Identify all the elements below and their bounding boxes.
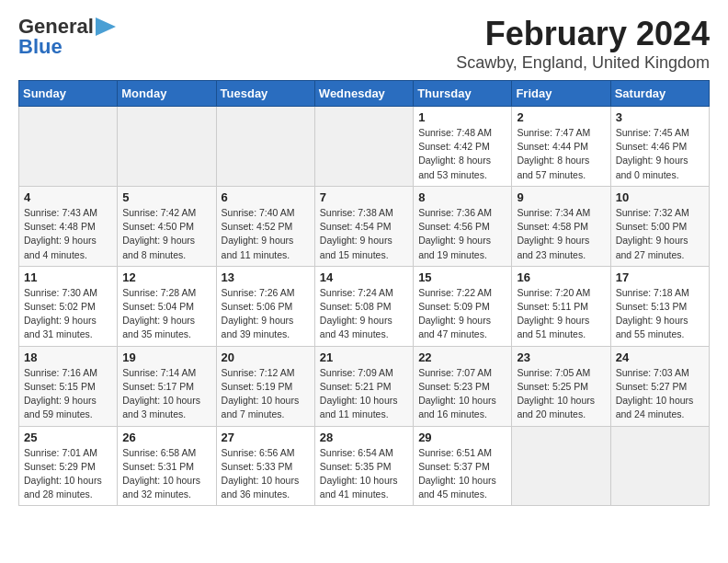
title-area: February 2024 Scawby, England, United Ki… [456, 15, 710, 73]
calendar-header-tuesday: Tuesday [216, 81, 314, 107]
calendar-cell: 15Sunrise: 7:22 AM Sunset: 5:09 PM Dayli… [414, 266, 512, 346]
calendar-cell: 19Sunrise: 7:14 AM Sunset: 5:17 PM Dayli… [118, 346, 216, 426]
day-number: 7 [320, 190, 408, 204]
day-info: Sunrise: 7:20 AM Sunset: 5:11 PM Dayligh… [517, 286, 605, 342]
calendar-header-saturday: Saturday [610, 81, 709, 107]
day-info: Sunrise: 7:47 AM Sunset: 4:44 PM Dayligh… [517, 126, 605, 182]
calendar-cell: 24Sunrise: 7:03 AM Sunset: 5:27 PM Dayli… [610, 346, 709, 426]
day-number: 1 [418, 110, 506, 124]
calendar-cell [118, 107, 216, 187]
calendar-cell: 13Sunrise: 7:26 AM Sunset: 5:06 PM Dayli… [216, 266, 314, 346]
day-info: Sunrise: 6:56 AM Sunset: 5:33 PM Dayligh… [222, 446, 310, 502]
calendar-header-row: SundayMondayTuesdayWednesdayThursdayFrid… [19, 81, 710, 107]
calendar-header-friday: Friday [512, 81, 610, 107]
day-info: Sunrise: 7:38 AM Sunset: 4:54 PM Dayligh… [320, 206, 408, 262]
calendar-cell: 10Sunrise: 7:32 AM Sunset: 5:00 PM Dayli… [610, 186, 709, 266]
day-info: Sunrise: 7:34 AM Sunset: 4:58 PM Dayligh… [517, 206, 605, 262]
day-info: Sunrise: 7:30 AM Sunset: 5:02 PM Dayligh… [24, 286, 112, 342]
calendar-table: SundayMondayTuesdayWednesdayThursdayFrid… [18, 80, 710, 506]
day-info: Sunrise: 7:07 AM Sunset: 5:23 PM Dayligh… [418, 366, 506, 422]
calendar-cell: 11Sunrise: 7:30 AM Sunset: 5:02 PM Dayli… [19, 266, 118, 346]
day-number: 14 [320, 270, 408, 284]
calendar-week-row: 18Sunrise: 7:16 AM Sunset: 5:15 PM Dayli… [19, 346, 710, 426]
calendar-cell: 22Sunrise: 7:07 AM Sunset: 5:23 PM Dayli… [414, 346, 512, 426]
calendar-cell: 29Sunrise: 6:51 AM Sunset: 5:37 PM Dayli… [414, 426, 512, 506]
calendar-cell: 21Sunrise: 7:09 AM Sunset: 5:21 PM Dayli… [314, 346, 413, 426]
day-info: Sunrise: 7:48 AM Sunset: 4:42 PM Dayligh… [418, 126, 506, 182]
day-info: Sunrise: 7:32 AM Sunset: 5:00 PM Dayligh… [616, 206, 704, 262]
day-info: Sunrise: 7:22 AM Sunset: 5:09 PM Dayligh… [418, 286, 506, 342]
calendar-cell: 18Sunrise: 7:16 AM Sunset: 5:15 PM Dayli… [19, 346, 118, 426]
day-number: 26 [122, 431, 210, 444]
calendar-cell: 23Sunrise: 7:05 AM Sunset: 5:25 PM Dayli… [512, 346, 610, 426]
day-info: Sunrise: 7:03 AM Sunset: 5:27 PM Dayligh… [616, 366, 704, 422]
day-info: Sunrise: 6:54 AM Sunset: 5:35 PM Dayligh… [320, 446, 408, 502]
calendar-week-row: 11Sunrise: 7:30 AM Sunset: 5:02 PM Dayli… [19, 266, 710, 346]
day-info: Sunrise: 7:28 AM Sunset: 5:04 PM Dayligh… [122, 286, 210, 342]
day-number: 11 [24, 270, 112, 284]
calendar-cell [216, 107, 314, 187]
day-number: 29 [418, 431, 506, 444]
day-info: Sunrise: 7:14 AM Sunset: 5:17 PM Dayligh… [122, 366, 210, 422]
calendar-week-row: 1Sunrise: 7:48 AM Sunset: 4:42 PM Daylig… [19, 107, 710, 187]
header: General Blue February 2024 Scawby, Engla… [18, 15, 710, 73]
day-number: 4 [24, 190, 112, 204]
day-number: 25 [24, 431, 112, 444]
day-number: 19 [122, 350, 210, 364]
day-number: 12 [122, 270, 210, 284]
calendar-cell [314, 107, 413, 187]
calendar-cell: 4Sunrise: 7:43 AM Sunset: 4:48 PM Daylig… [19, 186, 118, 266]
calendar-header-monday: Monday [118, 81, 216, 107]
calendar-cell: 14Sunrise: 7:24 AM Sunset: 5:08 PM Dayli… [314, 266, 413, 346]
day-number: 22 [418, 350, 506, 364]
calendar-header-wednesday: Wednesday [314, 81, 413, 107]
calendar-cell: 1Sunrise: 7:48 AM Sunset: 4:42 PM Daylig… [414, 107, 512, 187]
day-info: Sunrise: 7:26 AM Sunset: 5:06 PM Dayligh… [222, 286, 310, 342]
calendar-cell [610, 426, 709, 506]
day-number: 17 [616, 270, 704, 284]
day-info: Sunrise: 6:51 AM Sunset: 5:37 PM Dayligh… [418, 446, 506, 502]
page-title: February 2024 [456, 15, 710, 53]
day-info: Sunrise: 7:18 AM Sunset: 5:13 PM Dayligh… [616, 286, 704, 342]
calendar-cell: 20Sunrise: 7:12 AM Sunset: 5:19 PM Dayli… [216, 346, 314, 426]
day-info: Sunrise: 7:12 AM Sunset: 5:19 PM Dayligh… [222, 366, 310, 422]
day-info: Sunrise: 7:45 AM Sunset: 4:46 PM Dayligh… [616, 126, 704, 182]
day-number: 5 [122, 190, 210, 204]
day-info: Sunrise: 7:24 AM Sunset: 5:08 PM Dayligh… [320, 286, 408, 342]
day-info: Sunrise: 7:09 AM Sunset: 5:21 PM Dayligh… [320, 366, 408, 422]
calendar-cell: 5Sunrise: 7:42 AM Sunset: 4:50 PM Daylig… [118, 186, 216, 266]
svg-marker-0 [96, 17, 116, 36]
day-number: 15 [418, 270, 506, 284]
logo-arrow-icon [96, 17, 116, 36]
calendar-header-sunday: Sunday [19, 81, 118, 107]
day-number: 24 [616, 350, 704, 364]
calendar-cell: 8Sunrise: 7:36 AM Sunset: 4:56 PM Daylig… [414, 186, 512, 266]
page-subtitle: Scawby, England, United Kingdom [456, 53, 710, 73]
day-number: 8 [418, 190, 506, 204]
calendar-cell: 9Sunrise: 7:34 AM Sunset: 4:58 PM Daylig… [512, 186, 610, 266]
logo: General Blue [18, 15, 116, 59]
calendar-cell: 16Sunrise: 7:20 AM Sunset: 5:11 PM Dayli… [512, 266, 610, 346]
day-number: 20 [222, 350, 310, 364]
day-info: Sunrise: 7:01 AM Sunset: 5:29 PM Dayligh… [24, 446, 112, 502]
day-info: Sunrise: 7:40 AM Sunset: 4:52 PM Dayligh… [222, 206, 310, 262]
calendar-cell: 7Sunrise: 7:38 AM Sunset: 4:54 PM Daylig… [314, 186, 413, 266]
day-number: 6 [222, 190, 310, 204]
day-info: Sunrise: 7:42 AM Sunset: 4:50 PM Dayligh… [122, 206, 210, 262]
calendar-cell: 17Sunrise: 7:18 AM Sunset: 5:13 PM Dayli… [610, 266, 709, 346]
calendar-cell [512, 426, 610, 506]
day-number: 3 [616, 110, 704, 124]
day-info: Sunrise: 6:58 AM Sunset: 5:31 PM Dayligh… [122, 446, 210, 502]
day-number: 18 [24, 350, 112, 364]
calendar-week-row: 25Sunrise: 7:01 AM Sunset: 5:29 PM Dayli… [19, 426, 710, 506]
day-info: Sunrise: 7:43 AM Sunset: 4:48 PM Dayligh… [24, 206, 112, 262]
calendar-header-thursday: Thursday [414, 81, 512, 107]
calendar-week-row: 4Sunrise: 7:43 AM Sunset: 4:48 PM Daylig… [19, 186, 710, 266]
day-number: 13 [222, 270, 310, 284]
day-number: 27 [222, 431, 310, 444]
day-number: 23 [517, 350, 605, 364]
calendar-cell: 2Sunrise: 7:47 AM Sunset: 4:44 PM Daylig… [512, 107, 610, 187]
calendar-cell: 28Sunrise: 6:54 AM Sunset: 5:35 PM Dayli… [314, 426, 413, 506]
calendar-cell: 25Sunrise: 7:01 AM Sunset: 5:29 PM Dayli… [19, 426, 118, 506]
day-info: Sunrise: 7:16 AM Sunset: 5:15 PM Dayligh… [24, 366, 112, 422]
